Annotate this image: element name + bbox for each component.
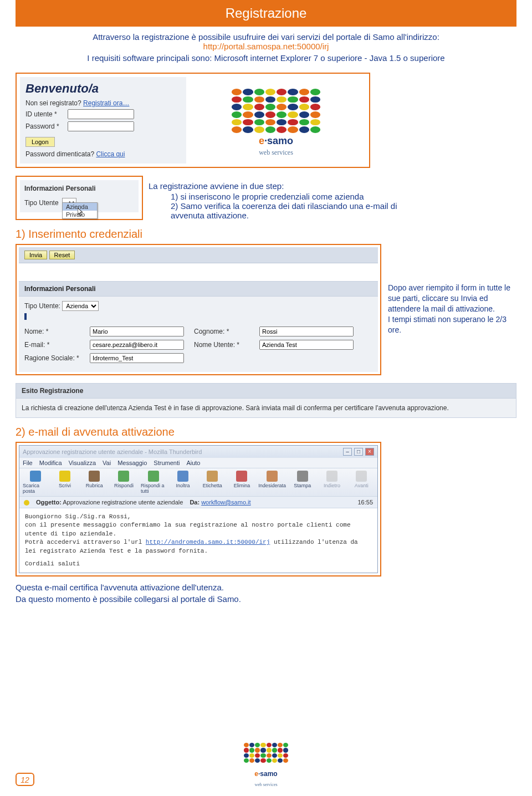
forgot-password-label: Password dimenticata? [25,150,94,158]
intro-line: Attraverso la registrazione è possibile … [93,32,439,42]
email-line-2: con il presente messaggio confermiamo la… [25,521,372,538]
esito-header: Esito Registrazione [16,384,516,399]
section-2-heading: 2) e-mail di avvenuta attivazione [16,426,532,438]
toolbar-inoltra[interactable]: Inoltra [170,471,195,494]
subject-value: Approvazione registrazione utente aziend… [63,499,183,506]
subject-label: Oggetto: [36,499,62,506]
toolbar-avanti: Avanti [349,471,374,494]
from-label: Da: [190,499,200,506]
user-id-input[interactable] [68,109,134,119]
esamo-logo: e·samo web services [232,89,320,150]
cognome-label: Cognome: * [194,328,255,335]
brand-name: samo [267,135,293,146]
menu-messaggio[interactable]: Messaggio [117,460,147,466]
email-input[interactable] [90,340,184,350]
form-note-1: Dopo aver riempito il form in tutte le s… [388,283,511,314]
invia-button[interactable]: Invia [24,251,47,259]
toolbar-rubrica[interactable]: Rubrica [82,471,107,494]
nome-input[interactable] [90,326,184,336]
tipo-utente-form-select[interactable]: Azienda [62,301,99,311]
esito-body: La richiesta di creazione dell'utenza Az… [16,399,516,417]
email-toolbar: Scarica posta Scrivi Rubrica Rispondi Ri… [19,468,377,497]
email-label: E-mail: * [24,341,85,349]
window-title: Approvazione registrazione utente aziend… [23,448,202,455]
brand-sub: web services [259,149,293,156]
ragione-sociale-label: Ragione Sociale: * [24,354,85,362]
register-link[interactable]: Registrati ora… [83,99,129,107]
esito-panel: Esito Registrazione La richiesta di crea… [16,383,516,418]
cursor-icon [78,208,84,217]
tipo-utente-form-label: Tipo Utente: [24,302,60,310]
tipo-utente-label: Tipo Utente [24,199,59,207]
info-personali-form-header: Informazioni Personali [19,282,378,297]
email-line-3a: Potrà accedervi attraverso l'url [25,539,146,545]
toolbar-indietro: Indietro [319,471,344,494]
bullet-icon [24,500,29,506]
email-time: 16:55 [357,499,373,506]
maximize-button[interactable]: □ [354,448,363,456]
toolbar-indesiderata[interactable]: Indesiderata [259,471,285,494]
form-note-2: I tempi stimati non superano le 2/3 ore. [388,314,511,335]
menu-strumenti[interactable]: Strumenti [154,460,180,466]
logon-button[interactable]: Logon [25,137,55,147]
toolbar-rispondi-tutti[interactable]: Rispondi a tutti [141,471,166,494]
menu-visualizza[interactable]: Visualizza [69,460,96,466]
portal-url[interactable]: http://portal.samospa.net:50000/irj [203,42,329,51]
toolbar-elimina[interactable]: Elimina [229,471,254,494]
nome-utente-label: Nome Utente: * [194,341,255,349]
toolbar-rispondi[interactable]: Rispondi [111,471,136,494]
close-button[interactable]: × [365,448,374,456]
email-body: Buongiorno Sig./Sig.ra Rossi, con il pre… [19,508,377,573]
email-screenshot-frame: Approvazione registrazione utente aziend… [16,442,381,576]
footer-logo: e·samo web services [244,743,288,788]
password-input[interactable] [68,121,134,131]
after-email-2: Da questo momento è possibile collegarsi… [16,594,516,605]
menu-modifica[interactable]: Modifica [39,460,62,466]
email-url[interactable]: http://andromeda.samo.it:50000/irj [146,539,270,545]
from-value[interactable]: workflow@samo.it [201,499,250,506]
welcome-heading: Benvenuto/a [25,81,181,96]
section-1-heading: 1) Inserimento credenziali [16,228,532,241]
brand-e: e [259,135,264,146]
email-menubar: File Modifica Visualizza Vai Messaggio S… [19,458,377,468]
nome-label: Nome: * [24,328,85,335]
login-panel: Benvenuto/a Non sei registrato? Registra… [20,77,186,164]
info-personali-header: Informazioni Personali [24,185,134,192]
toolbar-scarica-posta[interactable]: Scarica posta [23,471,48,494]
step-2a: 2) Samo verifica la coerenza dei dati ri… [149,201,516,211]
reset-button[interactable]: Reset [49,251,75,259]
nome-utente-input[interactable] [259,340,354,350]
after-email-1: Questa e-mail certifica l'avvenuta attiv… [16,582,516,593]
tipo-utente-frame: Informazioni Personali Tipo Utente Azien… [16,176,143,220]
not-registered-label: Non sei registrato? [25,99,81,107]
steps-lead: La registrazione avviene in due step: [149,181,516,191]
user-id-label: ID utente * [25,110,64,118]
requirements-text: I requisiti software principali sono: Mi… [0,53,532,69]
cognome-input[interactable] [259,326,354,336]
login-screenshot-frame: Benvenuto/a Non sei registrato? Registra… [16,73,370,168]
email-line-1: Buongiorno Sig./Sig.ra Rossi, [25,513,372,521]
minimize-button[interactable]: – [343,448,352,456]
toolbar-scrivi[interactable]: Scrivi [52,471,77,494]
password-label: Password * [25,123,64,130]
toolbar-etichetta[interactable]: Etichetta [200,471,225,494]
intro-text: Attraverso la registrazione è possibile … [0,32,532,53]
registration-steps-text: La registrazione avviene in due step: 1)… [149,176,516,220]
page-number: 12 [16,773,34,786]
step-2b: avvenuta attivazione. [149,211,516,220]
form-marker [24,313,27,320]
email-line-4: Cordiali saluti [25,560,372,568]
menu-vai[interactable]: Vai [103,460,111,466]
menu-aiuto[interactable]: Aiuto [186,460,200,466]
page-title: Registrazione [16,0,516,27]
forgot-password-link[interactable]: Clicca qui [96,150,125,158]
step-1: 1) si inseriscono le proprie credenziali… [149,192,516,201]
menu-file[interactable]: File [23,460,33,466]
ragione-sociale-input[interactable] [90,353,184,363]
toolbar-stampa[interactable]: Stampa [290,471,315,494]
